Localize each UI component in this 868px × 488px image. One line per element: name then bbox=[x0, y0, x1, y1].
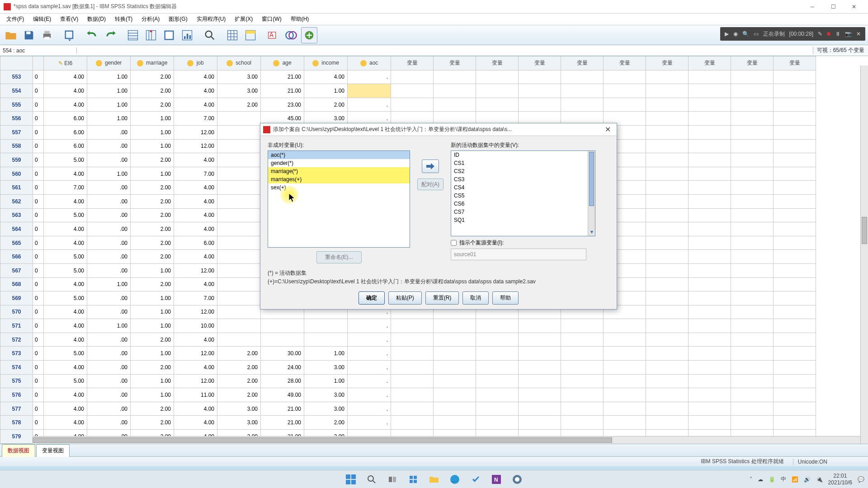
cell[interactable]: .00 bbox=[87, 361, 131, 375]
cell-empty[interactable] bbox=[731, 402, 774, 416]
cell[interactable]: 4.00 bbox=[174, 153, 217, 167]
cell-empty[interactable] bbox=[476, 361, 519, 375]
cell-empty[interactable] bbox=[689, 305, 731, 319]
cell-empty[interactable] bbox=[689, 388, 731, 402]
cell-empty[interactable] bbox=[434, 84, 476, 98]
cell-empty[interactable] bbox=[476, 347, 519, 361]
cell[interactable]: 2.00 bbox=[131, 277, 174, 291]
cell[interactable]: 21.00 bbox=[261, 84, 304, 98]
cell[interactable] bbox=[217, 250, 261, 264]
cell[interactable]: 1.00 bbox=[87, 112, 131, 126]
edge-button[interactable] bbox=[446, 472, 464, 487]
cell[interactable]: 0 bbox=[33, 84, 44, 98]
cell[interactable]: 0 bbox=[33, 319, 44, 333]
cell[interactable]: 1.00 bbox=[304, 84, 348, 98]
dialog-close-button[interactable]: ✕ bbox=[601, 125, 614, 134]
cell[interactable]: 2.00 bbox=[217, 374, 261, 388]
cell-empty[interactable] bbox=[391, 70, 434, 84]
cell[interactable]: 6.00 bbox=[174, 236, 217, 250]
cell[interactable]: 24.00 bbox=[261, 361, 304, 375]
task-view-button[interactable] bbox=[383, 472, 401, 487]
cell-empty[interactable] bbox=[519, 361, 561, 375]
row-header[interactable]: 554 bbox=[0, 84, 33, 98]
menu-转换(T)[interactable]: 转换(T) bbox=[110, 14, 137, 24]
cancel-button[interactable]: 取消 bbox=[462, 291, 489, 305]
cell-empty[interactable] bbox=[689, 319, 731, 333]
recording-pause-icon[interactable]: ⏸ bbox=[835, 31, 840, 37]
cell[interactable] bbox=[217, 181, 261, 195]
cell-empty[interactable] bbox=[646, 222, 689, 236]
cell[interactable]: .00 bbox=[87, 305, 131, 319]
unpaired-variables-listbox[interactable]: aoc(*)gender(*)marriage(*)marriages(+)se… bbox=[268, 150, 410, 248]
cell[interactable]: 2.00 bbox=[131, 84, 174, 98]
move-right-button[interactable] bbox=[422, 160, 439, 173]
cell[interactable] bbox=[217, 291, 261, 305]
cell[interactable]: 23.00 bbox=[261, 98, 304, 112]
column-header-empty[interactable]: 变量 bbox=[434, 56, 476, 70]
cell[interactable]: 5.00 bbox=[44, 263, 87, 277]
cell-empty[interactable] bbox=[731, 222, 774, 236]
cell[interactable]: 0 bbox=[33, 70, 44, 84]
cell[interactable] bbox=[217, 236, 261, 250]
cell[interactable]: 2.00 bbox=[304, 416, 348, 430]
cell[interactable]: 10.00 bbox=[174, 319, 217, 333]
row-header[interactable]: 563 bbox=[0, 208, 33, 222]
column-header-empty[interactable]: 变量 bbox=[476, 56, 519, 70]
cell[interactable]: 1.00 bbox=[131, 305, 174, 319]
row-header[interactable]: 571 bbox=[0, 319, 33, 333]
cell-empty[interactable] bbox=[519, 388, 561, 402]
cell-empty[interactable] bbox=[689, 402, 731, 416]
cell[interactable]: 1.00 bbox=[87, 277, 131, 291]
redo-button[interactable] bbox=[102, 27, 118, 43]
tray-battery-icon[interactable]: 🔋 bbox=[769, 476, 775, 483]
value-labels-button[interactable]: A bbox=[265, 27, 281, 43]
cell[interactable]: 2.00 bbox=[131, 98, 174, 112]
cell[interactable]: .00 bbox=[87, 125, 131, 139]
tray-chevron-icon[interactable]: ˄ bbox=[750, 476, 752, 483]
cell[interactable]: 6.00 bbox=[44, 125, 87, 139]
row-header[interactable]: 577 bbox=[0, 402, 33, 416]
cell[interactable]: 4.00 bbox=[174, 277, 217, 291]
cell[interactable]: 0 bbox=[33, 167, 44, 181]
cell[interactable]: 0 bbox=[33, 277, 44, 291]
cell[interactable]: 0 bbox=[33, 112, 44, 126]
cell[interactable]: 4.00 bbox=[44, 84, 87, 98]
cell-empty[interactable] bbox=[774, 125, 816, 139]
close-button[interactable]: ✕ bbox=[844, 0, 864, 14]
cell[interactable]: .00 bbox=[87, 388, 131, 402]
cell-empty[interactable] bbox=[519, 347, 561, 361]
column-header-empty[interactable]: 变量 bbox=[774, 56, 816, 70]
customize-toolbar-button[interactable] bbox=[301, 27, 317, 43]
cell[interactable]: 0 bbox=[33, 361, 44, 375]
cell-empty[interactable] bbox=[731, 263, 774, 277]
cell-empty[interactable] bbox=[731, 361, 774, 375]
variables-button[interactable] bbox=[161, 27, 177, 43]
column-header-empty[interactable]: 变量 bbox=[689, 56, 731, 70]
cell-empty[interactable] bbox=[434, 98, 476, 112]
active-variables-listbox[interactable]: IDCS1CS2CS3CS4CS5CS6CS7SQ1▾ bbox=[451, 150, 595, 236]
cell[interactable]: 1.00 bbox=[131, 112, 174, 126]
cell[interactable]: 4.00 bbox=[174, 208, 217, 222]
cell-empty[interactable] bbox=[434, 374, 476, 388]
cell-empty[interactable] bbox=[774, 194, 816, 208]
active-item[interactable]: CS4 bbox=[451, 183, 595, 192]
row-header[interactable]: 565 bbox=[0, 236, 33, 250]
cell-empty[interactable] bbox=[646, 167, 689, 181]
row-header[interactable]: 566 bbox=[0, 250, 33, 264]
cell[interactable]: 3.00 bbox=[304, 402, 348, 416]
column-header-aoc[interactable]: aoc bbox=[348, 56, 391, 70]
cell-empty[interactable] bbox=[434, 347, 476, 361]
cell[interactable]: 2.00 bbox=[131, 333, 174, 347]
cell[interactable]: . bbox=[348, 347, 391, 361]
cell[interactable]: 1.00 bbox=[87, 319, 131, 333]
cell-empty[interactable] bbox=[731, 250, 774, 264]
cell-empty[interactable] bbox=[391, 347, 434, 361]
row-header[interactable]: 573 bbox=[0, 347, 33, 361]
cell[interactable]: 21.00 bbox=[261, 416, 304, 430]
recording-dot-icon[interactable] bbox=[827, 32, 830, 36]
cell-empty[interactable] bbox=[561, 98, 604, 112]
cell[interactable]: 11.00 bbox=[174, 388, 217, 402]
cell[interactable]: 3.00 bbox=[304, 361, 348, 375]
tab-variable-view[interactable]: 变量视图 bbox=[36, 444, 70, 457]
cell[interactable]: 3.00 bbox=[217, 84, 261, 98]
